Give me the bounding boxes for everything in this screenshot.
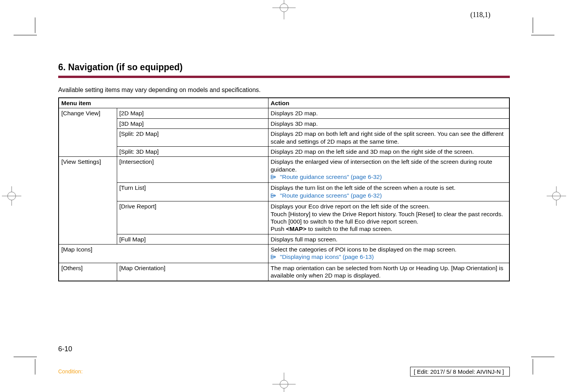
trim-mark: [531, 35, 554, 35]
table-row: [Turn List] Displays the turn list on th…: [59, 183, 509, 201]
cell-split3d: [Split: 3D Map]: [117, 146, 268, 156]
page-number: 6-10: [58, 345, 72, 353]
cell-3d-map: [3D Map]: [117, 118, 268, 128]
trim-mark: [533, 17, 533, 33]
page-content: 6. Navigation (if so equipped) Available…: [58, 62, 510, 281]
cell-split3d-action: Displays 2D map on the left side and 3D …: [268, 146, 509, 156]
table-row: [Change View] [2D Map] Displays 2D map.: [59, 108, 509, 118]
table-row: [Map Icons] Select the categories of POI…: [59, 245, 509, 263]
cell-map-orientation-action: The map orientation can be selected from…: [268, 263, 509, 281]
text: Touch [History] to view the Drive Report…: [271, 211, 503, 217]
table-header-row: Menu item Action: [59, 98, 509, 108]
section-heading: 6. Navigation (if so equipped): [58, 62, 510, 73]
cell-split2d: [Split: 2D Map]: [117, 129, 268, 147]
condition-label: Condition:: [58, 368, 83, 375]
cell-view-settings: [View Settings]: [59, 157, 117, 245]
cell-split2d-action: Displays 2D map on both left and right s…: [268, 129, 509, 147]
text: Displays the turn list on the left side …: [271, 184, 455, 191]
cell-intersection: [Intersection]: [117, 157, 268, 183]
cell-3d-action: Displays 3D map.: [268, 118, 509, 128]
pointer-icon: [271, 174, 279, 181]
trim-mark: [35, 17, 35, 33]
cell-map-icons-action: Select the categories of POI icons to be…: [268, 245, 509, 263]
reg-mark-right: [547, 186, 566, 206]
cell-others: [Others]: [59, 263, 117, 281]
table-row: [Split: 3D Map] Displays 2D map on the l…: [59, 146, 509, 156]
table-row: [Drive Report] Displays your Eco drive r…: [59, 201, 509, 234]
trim-mark: [14, 35, 37, 35]
cell-2d-action: Displays 2D map.: [268, 108, 509, 118]
cell-full-map-action: Displays full map screen.: [268, 234, 509, 244]
table-row: [Full Map] Displays full map screen.: [59, 234, 509, 244]
trim-mark: [14, 357, 37, 357]
heading-rule: [58, 76, 510, 78]
cell-map-icons: [Map Icons]: [59, 245, 268, 263]
cell-drive-report: [Drive Report]: [117, 201, 268, 234]
col-menu-item: Menu item: [59, 98, 268, 108]
table-row: [Others] [Map Orientation] The map orien…: [59, 263, 509, 281]
text: Touch [000] to switch to the full Eco dr…: [271, 218, 419, 225]
text: Displays your Eco drive report on the le…: [271, 203, 430, 210]
cell-intersection-action: Displays the enlarged view of intersecti…: [268, 157, 509, 183]
text: to switch to the full map screen.: [307, 225, 392, 232]
text: Push: [271, 225, 286, 232]
text-bold: <MAP>: [286, 225, 307, 232]
table-row: [View Settings] [Intersection] Displays …: [59, 157, 509, 183]
cross-ref: "Route guidance screens" (page 6-32): [280, 192, 382, 199]
cell-turn-list-action: Displays the turn list on the left side …: [268, 183, 509, 201]
text: Displays the enlarged view of intersecti…: [271, 158, 492, 172]
cell-2d-map: [2D Map]: [117, 108, 268, 118]
trim-mark: [35, 359, 35, 375]
reg-mark-bottom: [272, 373, 296, 392]
reg-mark-top: [272, 0, 296, 19]
col-action: Action: [268, 98, 509, 108]
edit-info-box: [ Edit: 2017/ 5/ 8 Model: AIVINJ-N ]: [410, 367, 510, 376]
cell-change-view: [Change View]: [59, 108, 117, 157]
trim-mark: [533, 359, 533, 375]
cell-turn-list: [Turn List]: [117, 183, 268, 201]
cross-ref: "Route guidance screens" (page 6-32): [280, 173, 382, 180]
table-row: [3D Map] Displays 3D map.: [59, 118, 509, 128]
cell-full-map: [Full Map]: [117, 234, 268, 244]
pointer-icon: [271, 254, 279, 261]
settings-table: Menu item Action [Change View] [2D Map] …: [58, 97, 510, 281]
pointer-icon: [271, 193, 279, 200]
cell-drive-report-action: Displays your Eco drive report on the le…: [268, 201, 509, 234]
text: Select the categories of POI icons to be…: [271, 246, 457, 253]
sheet-coord: (118,1): [470, 11, 490, 19]
cell-map-orientation: [Map Orientation]: [117, 263, 268, 281]
intro-text: Available setting items may vary dependi…: [58, 87, 510, 94]
table-row: [Split: 2D Map] Displays 2D map on both …: [59, 129, 509, 147]
trim-mark: [531, 357, 554, 357]
cross-ref: "Displaying map icons" (page 6-13): [280, 253, 374, 260]
reg-mark-left: [2, 186, 21, 206]
